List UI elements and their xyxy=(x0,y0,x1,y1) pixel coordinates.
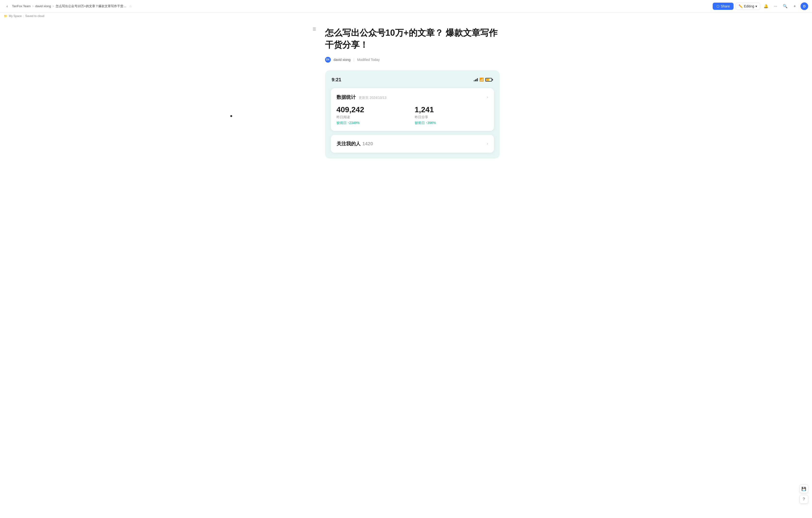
bell-icon: 🔔 xyxy=(763,4,768,8)
reads-change: 较前日 ↑2349% xyxy=(337,121,410,125)
back-icon: ‹ xyxy=(6,4,8,8)
signal-bar-2 xyxy=(475,80,476,81)
sub-nav: 📁 My Space | Saved to cloud xyxy=(0,12,812,20)
hamburger-icon: ☰ xyxy=(313,27,316,31)
followers-chevron[interactable]: › xyxy=(487,142,488,146)
nav-left: ‹ TanFox Team > david xiong > 怎么写出公众号10万… xyxy=(4,3,132,9)
followers-title-row: 关注我的人 1420 xyxy=(337,141,373,147)
breadcrumb-sep2: > xyxy=(53,5,54,8)
plus-icon: + xyxy=(793,4,796,8)
reads-label: 昨日阅读 xyxy=(337,115,410,119)
cursor xyxy=(230,115,232,117)
signal-bar-1 xyxy=(474,80,474,81)
battery-tip xyxy=(492,79,493,81)
battery-icon: ⚡ xyxy=(485,78,493,82)
avatar-button[interactable]: D xyxy=(801,2,808,10)
share-button[interactable]: ⬡ Share xyxy=(713,3,733,10)
save-icon: 💾 xyxy=(802,487,806,491)
phone-status-bar: 9:21 📶 ⚡ xyxy=(331,77,494,83)
followers-count: 1420 xyxy=(362,141,373,147)
stats-chevron[interactable]: › xyxy=(487,95,488,99)
followers-header: 关注我的人 1420 › xyxy=(337,141,488,147)
followers-title: 关注我的人 xyxy=(337,141,360,147)
breadcrumb-team[interactable]: TanFox Team xyxy=(12,4,31,8)
sub-nav-sep: | xyxy=(23,14,24,18)
stats-title-row: 数据统计 更新至 2024/10/13 xyxy=(337,94,386,100)
content-area: 怎么写出公众号10万+的文章？ 爆款文章写作干货分享！ DX david xio… xyxy=(320,20,500,178)
author-avatar: DX xyxy=(325,57,331,63)
breadcrumb-current: 怎么写出公众号10万+的文章？爆款文章写作干货分享！ xyxy=(56,4,127,8)
add-button[interactable]: + xyxy=(791,2,799,10)
wifi-icon: 📶 xyxy=(479,78,484,82)
bell-button[interactable]: 🔔 xyxy=(762,2,770,10)
back-button[interactable]: ‹ xyxy=(4,3,10,9)
followers-card: 关注我的人 1420 › xyxy=(331,135,494,153)
shares-label: 昨日分享 xyxy=(415,115,488,119)
nav-right: ⬡ Share ✏️ Editing ▾ 🔔 ··· 🔍 + D xyxy=(713,2,808,10)
phone-icons: 📶 ⚡ xyxy=(474,78,493,82)
search-button[interactable]: 🔍 xyxy=(781,2,789,10)
signal-bar-4 xyxy=(477,78,478,81)
folder-icon: 📁 xyxy=(4,14,7,18)
help-float-button[interactable]: ? xyxy=(800,495,808,504)
doc-meta: DX david xiong | Modified Today xyxy=(325,57,500,63)
sidebar-toggle[interactable]: ☰ xyxy=(313,20,320,178)
my-space-label[interactable]: My Space xyxy=(9,14,22,18)
more-button[interactable]: ··· xyxy=(772,2,779,10)
edit-icon: ✏️ xyxy=(738,4,743,8)
chevron-down-icon: ▾ xyxy=(755,4,757,8)
shares-number: 1,241 xyxy=(415,105,488,114)
top-nav: ‹ TanFox Team > david xiong > 怎么写出公众号10万… xyxy=(0,0,812,12)
editing-button[interactable]: ✏️ Editing ▾ xyxy=(735,3,760,10)
stats-subtitle: 更新至 2024/10/13 xyxy=(359,96,386,99)
stats-header: 数据统计 更新至 2024/10/13 › xyxy=(337,94,488,100)
more-icon: ··· xyxy=(774,4,777,8)
search-icon: 🔍 xyxy=(783,4,787,8)
stats-title: 数据统计 xyxy=(337,94,356,100)
breadcrumb-user[interactable]: david xiong xyxy=(35,4,51,8)
signal-icon xyxy=(474,78,478,81)
floating-buttons: 💾 ? xyxy=(800,484,808,504)
main-layout: ☰ 怎么写出公众号10万+的文章？ 爆款文章写作干货分享！ DX david x… xyxy=(303,20,509,178)
share-label: Share xyxy=(721,4,730,8)
author-name[interactable]: david xiong xyxy=(334,58,351,62)
phone-container: 9:21 📶 ⚡ xyxy=(325,70,500,158)
saved-label: Saved to cloud xyxy=(25,14,44,18)
avatar-label: D xyxy=(803,4,806,8)
star-icon[interactable]: ☆ xyxy=(129,4,132,8)
modified-label: Modified Today xyxy=(357,58,380,62)
shares-change: 较前日 ↑396% xyxy=(415,121,488,125)
doc-title[interactable]: 怎么写出公众号10万+的文章？ 爆款文章写作干货分享！ xyxy=(325,27,500,51)
signal-bar-3 xyxy=(476,79,476,81)
reads-number: 409,242 xyxy=(337,105,410,114)
battery-body: ⚡ xyxy=(485,78,492,82)
editing-label: Editing xyxy=(744,4,754,8)
battery-bolt: ⚡ xyxy=(487,79,490,81)
help-icon: ? xyxy=(803,497,805,501)
shares-stat: 1,241 昨日分享 较前日 ↑396% xyxy=(415,105,488,125)
save-float-button[interactable]: 💾 xyxy=(800,484,808,493)
share-icon: ⬡ xyxy=(717,4,719,8)
breadcrumb-sep1: > xyxy=(32,5,34,8)
meta-separator: | xyxy=(353,58,354,62)
reads-stat: 409,242 昨日阅读 较前日 ↑2349% xyxy=(337,105,410,125)
stats-grid: 409,242 昨日阅读 较前日 ↑2349% 1,241 昨日分享 较前日 ↑… xyxy=(337,105,488,125)
phone-time: 9:21 xyxy=(332,77,341,83)
stats-card: 数据统计 更新至 2024/10/13 › 409,242 昨日阅读 较前日 ↑… xyxy=(331,88,494,131)
